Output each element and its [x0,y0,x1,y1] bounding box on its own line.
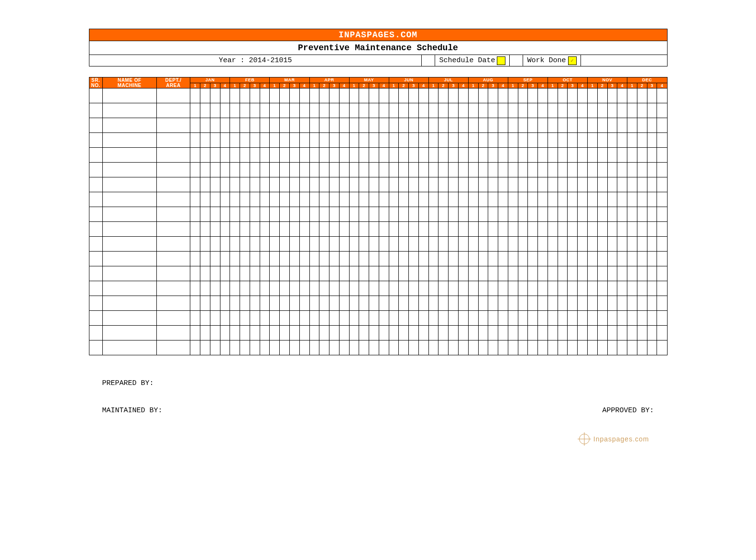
cell-week[interactable] [538,340,548,355]
cell-week[interactable] [210,118,220,133]
cell-week[interactable] [289,266,299,281]
cell-week[interactable] [617,163,627,177]
cell-week[interactable] [250,103,260,118]
cell-week[interactable] [409,266,419,281]
cell-week[interactable] [240,237,250,252]
cell-week[interactable] [260,163,270,177]
cell-week[interactable] [518,222,528,237]
cell-week[interactable] [459,237,469,252]
cell-week[interactable] [478,252,488,266]
cell-week[interactable] [359,177,369,192]
cell-week[interactable] [428,118,438,133]
cell-week[interactable] [548,296,558,311]
cell-week[interactable] [299,177,309,192]
cell-dept[interactable] [156,296,190,311]
cell-week[interactable] [488,148,498,163]
cell-week[interactable] [270,148,280,163]
cell-week[interactable] [617,326,627,340]
cell-week[interactable] [538,177,548,192]
cell-week[interactable] [210,281,220,296]
cell-week[interactable] [319,311,329,326]
cell-week[interactable] [637,296,647,311]
cell-week[interactable] [478,118,488,133]
cell-week[interactable] [578,237,588,252]
cell-week[interactable] [459,222,469,237]
cell-week[interactable] [280,163,290,177]
cell-week[interactable] [359,88,369,103]
cell-week[interactable] [359,281,369,296]
cell-week[interactable] [369,222,379,237]
cell-week[interactable] [438,148,449,163]
cell-week[interactable] [349,177,359,192]
cell-week[interactable] [488,207,498,222]
cell-week[interactable] [568,192,578,207]
cell-week[interactable] [617,296,627,311]
cell-week[interactable] [418,133,428,148]
cell-week[interactable] [359,133,369,148]
cell-week[interactable] [518,340,528,355]
cell-week[interactable] [409,252,419,266]
cell-week[interactable] [449,103,459,118]
cell-week[interactable] [250,266,260,281]
cell-week[interactable] [389,148,399,163]
cell-week[interactable] [538,192,548,207]
cell-week[interactable] [210,177,220,192]
cell-week[interactable] [418,296,428,311]
cell-name[interactable] [102,326,156,340]
cell-week[interactable] [379,103,389,118]
cell-week[interactable] [558,252,568,266]
cell-week[interactable] [280,88,290,103]
cell-week[interactable] [578,148,588,163]
cell-week[interactable] [627,88,637,103]
cell-week[interactable] [319,103,329,118]
cell-week[interactable] [518,148,528,163]
cell-week[interactable] [468,163,478,177]
cell-week[interactable] [280,296,290,311]
cell-week[interactable] [607,326,617,340]
cell-week[interactable] [190,326,200,340]
cell-week[interactable] [190,118,200,133]
cell-week[interactable] [449,252,459,266]
cell-week[interactable] [369,118,379,133]
cell-week[interactable] [210,207,220,222]
cell-week[interactable] [329,148,340,163]
cell-week[interactable] [478,281,488,296]
cell-week[interactable] [210,222,220,237]
cell-name[interactable] [102,207,156,222]
cell-week[interactable] [578,326,588,340]
cell-week[interactable] [528,311,538,326]
cell-week[interactable] [200,326,210,340]
cell-week[interactable] [190,103,200,118]
cell-week[interactable] [647,326,657,340]
cell-week[interactable] [647,163,657,177]
cell-week[interactable] [578,296,588,311]
cell-week[interactable] [438,88,449,103]
cell-week[interactable] [558,237,568,252]
cell-week[interactable] [597,222,607,237]
cell-week[interactable] [548,192,558,207]
cell-week[interactable] [657,177,667,192]
cell-week[interactable] [459,177,469,192]
cell-week[interactable] [260,326,270,340]
cell-week[interactable] [627,207,637,222]
cell-week[interactable] [399,326,409,340]
cell-week[interactable] [220,237,230,252]
cell-week[interactable] [418,103,428,118]
cell-week[interactable] [200,148,210,163]
cell-week[interactable] [399,311,409,326]
cell-week[interactable] [389,311,399,326]
cell-week[interactable] [309,266,319,281]
cell-sr[interactable] [89,237,102,252]
cell-week[interactable] [478,207,488,222]
cell-week[interactable] [528,192,538,207]
cell-week[interactable] [438,192,449,207]
cell-week[interactable] [329,177,340,192]
cell-week[interactable] [508,266,518,281]
cell-week[interactable] [558,133,568,148]
cell-week[interactable] [289,222,299,237]
cell-week[interactable] [607,266,617,281]
cell-week[interactable] [449,296,459,311]
cell-week[interactable] [588,222,598,237]
cell-week[interactable] [637,192,647,207]
cell-week[interactable] [627,252,637,266]
